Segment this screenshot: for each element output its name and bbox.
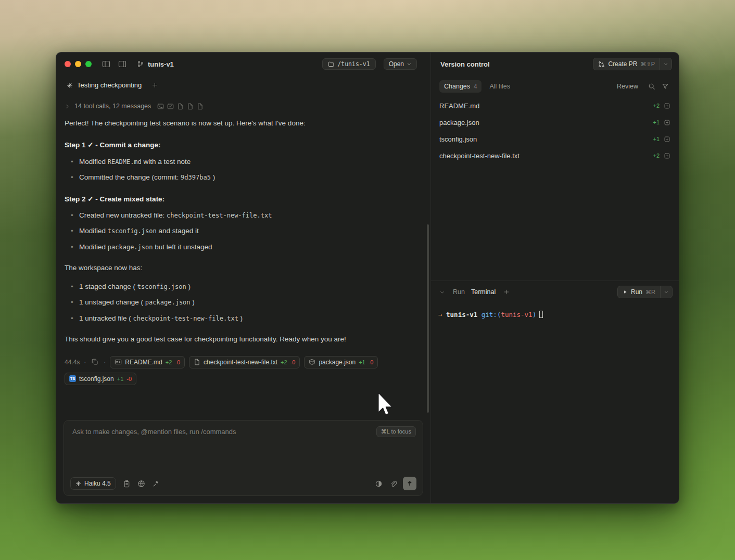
app-window: tunis-v1 /tunis-v1 Open Version control [56,52,679,504]
removed-count: -0 [126,376,132,382]
composer-input[interactable]: Ask to make changes, @mention files, run… [64,421,423,472]
text-segment: with a test note [142,158,191,166]
filter-icon[interactable] [660,81,670,92]
summary-label: 14 tool calls, 12 messages [74,103,151,110]
zoom-window-button[interactable] [85,61,92,67]
attachment-chip[interactable]: TStsconfig.json+1-0 [65,373,136,385]
added-count: +2 [653,152,660,159]
composer: Ask to make changes, @mention files, run… [64,420,423,496]
tools-icon[interactable] [150,478,162,489]
new-tab-button[interactable] [149,80,160,91]
prompt-segment: tunis-v1 [446,311,481,319]
open-diff-icon[interactable] [664,119,670,126]
review-button[interactable]: Review [617,83,638,90]
tool-calls-summary[interactable]: 14 tool calls, 12 messages [65,103,418,110]
search-icon[interactable] [647,81,657,92]
tab-all-files[interactable]: All files [485,80,515,93]
chat-blocks: Perfect! The checkpointing test scenario… [65,118,418,345]
inline-code: checkpoint-test-new-file.txt [167,212,272,219]
separator-dot: · [104,359,106,366]
attach-file-icon[interactable] [387,478,399,489]
open-button[interactable]: Open [384,58,417,70]
prompt-segment: tunis-v1 [501,311,532,319]
package-icon [309,359,315,365]
vc-file-name: README.md [439,102,479,110]
tab-terminal[interactable]: Terminal [471,288,496,296]
open-diff-icon[interactable] [664,152,670,159]
changes-count-badge: 4 [474,83,477,90]
removed-count: -0 [175,359,180,365]
terminal-output[interactable]: → tunis-v1 git:(tunis-v1) [431,303,679,503]
play-icon [623,289,628,295]
vc-file-row[interactable]: README.md+2 [431,97,679,114]
toggle-left-panel-icon[interactable] [100,58,112,70]
bullet-item: Modified package.json but left it unstag… [79,242,418,252]
chat-tabbar: Testing checkpointing [56,75,430,95]
vc-file-row[interactable]: checkpoint-test-new-file.txt+2 [431,147,679,164]
message-heading: Step 1 ✓ - Commit a change: [65,140,418,150]
message-paragraph: The workspace now has: [65,263,418,273]
terminal-panel: Run Terminal Run ⌘R [431,281,679,503]
run-button[interactable]: Run ⌘R [618,286,660,298]
vc-file-row[interactable]: tsconfig.json+1 [431,131,679,147]
workspace-path-chip[interactable]: /tunis-v1 [322,58,375,70]
vc-file-name: checkpoint-test-new-file.txt [439,152,519,160]
chat-pane: Testing checkpointing 14 tool calls, 12 … [56,75,430,503]
new-terminal-button[interactable] [502,286,511,298]
message-meta-row: 44.4s · · README.md+2-0checkpoint-test-n… [65,356,418,385]
tab-changes[interactable]: Changes 4 [439,80,481,93]
open-button-label: Open [389,60,404,68]
open-diff-icon[interactable] [664,136,670,143]
text-segment: Step 2 ✓ - Create mixed state: [65,195,164,203]
toggle-right-panel-icon[interactable] [117,58,128,70]
file-icon [194,359,200,365]
text-segment: 1 untracked file ( [79,314,133,322]
inline-code: checkpoint-test-new-file.txt [133,315,238,322]
focus-hint-badge: ⌘L to focus [376,426,416,437]
text-segment: Created new untracked file: [79,211,167,219]
attachment-chip-label: checkpoint-test-new-file.txt [204,359,277,366]
run-button-group: Run ⌘R [617,286,673,298]
open-diff-icon[interactable] [664,103,670,109]
prompt-segment: git:( [481,311,501,319]
bullet-list: 1 staged change ( tsconfig.json )1 unsta… [65,282,418,324]
collapse-panel-icon[interactable] [437,286,447,298]
model-label: Haiku 4.5 [84,480,111,487]
minimize-window-button[interactable] [75,61,81,67]
version-control-title: Version control [440,60,490,68]
vc-file-name: package.json [439,119,479,126]
tab-run[interactable]: Run [453,288,465,296]
close-window-button[interactable] [65,61,71,67]
scrollbar-thumb[interactable] [427,224,429,413]
attachment-chip[interactable]: README.md+2-0 [110,356,185,368]
attachment-chip[interactable]: package.json+1-0 [304,356,378,368]
create-pr-button[interactable]: Create PR ⌘⇧P [593,58,660,70]
inline-code: README.md [108,158,142,166]
bullet-item: 1 unstaged change ( package.json ) [79,297,418,308]
clipboard-icon[interactable] [121,478,133,489]
added-count: +1 [117,376,124,382]
tab-label: Testing checkpointing [77,81,142,89]
run-dropdown-button[interactable] [660,286,672,298]
copy-icon[interactable] [90,358,99,367]
text-segment: This should give you a good test case fo… [65,335,346,343]
added-count: +2 [653,103,660,109]
context-usage-icon[interactable] [373,478,384,489]
text-segment: ) [211,173,215,181]
attachment-chip[interactable]: checkpoint-test-new-file.txt+2-0 [189,356,300,368]
inline-code: package.json [108,244,153,251]
vc-file-row[interactable]: package.json+1 [431,114,679,131]
create-pr-dropdown-button[interactable] [660,58,671,70]
text-segment: ) [191,298,195,306]
text-segment: ) [186,283,191,290]
create-pr-label: Create PR [608,60,637,68]
added-count: +2 [166,359,172,365]
bullet-list: Modified README.md with a test noteCommi… [65,157,418,183]
bullet-item: Modified tsconfig.json and staged it [79,226,418,236]
send-button[interactable] [403,477,416,490]
tab-testing-checkpointing[interactable]: Testing checkpointing [64,75,145,95]
text-segment: and staged it [157,227,199,235]
globe-icon[interactable] [136,478,147,489]
model-selector[interactable]: Haiku 4.5 [70,477,116,490]
inline-code: 9d397ba5 [181,174,211,181]
